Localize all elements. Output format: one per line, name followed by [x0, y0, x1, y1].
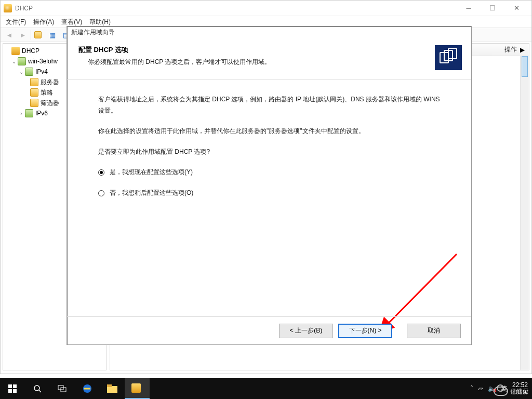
- tray-chevron-up-icon[interactable]: ˆ: [471, 385, 473, 392]
- radio-no-row[interactable]: 否，我想稍后配置这些选项(O): [98, 188, 445, 199]
- svg-rect-6: [8, 389, 12, 393]
- wizard-paragraph-2: 你在此选择的设置将适用于此作用域，并替代你在此服务器的"服务器选项"文件夹中配置…: [98, 126, 445, 137]
- folder-icon: [30, 78, 38, 86]
- wizard-question: 是否要立即为此作用域配置 DHCP 选项?: [98, 147, 445, 158]
- tree-server-options[interactable]: 服务器: [41, 78, 59, 87]
- svg-point-8: [34, 385, 39, 391]
- svg-rect-4: [8, 384, 12, 388]
- svg-rect-7: [13, 389, 17, 393]
- toolbar-properties-icon[interactable]: ▦: [47, 29, 58, 41]
- dhcp-task-icon[interactable]: [125, 378, 150, 399]
- radio-no-label: 否，我想稍后配置这些选项(O): [110, 188, 193, 199]
- watermark: 亿速云: [494, 387, 529, 396]
- wizard-body: 客户端获得地址之后，系统将会为其指定 DHCP 选项，例如，路由器的 IP 地址…: [67, 79, 471, 199]
- wizard-titlebar[interactable]: 新建作用域向导: [67, 26, 471, 38]
- window-titlebar: DHCP ─ ☐ ✕: [1, 1, 531, 16]
- dhcp-app-icon: [4, 4, 12, 12]
- wizard-header: 配置 DHCP 选项 你必须配置最常用的 DHCP 选项之后，客户端才可以使用作…: [67, 38, 471, 79]
- radio-no[interactable]: [98, 190, 104, 196]
- ie-icon[interactable]: [75, 378, 100, 399]
- radio-yes[interactable]: [98, 169, 104, 176]
- menu-action[interactable]: 操作(A): [33, 18, 54, 26]
- tree-ipv4[interactable]: IPv4: [35, 68, 48, 75]
- scrollbar[interactable]: [520, 56, 529, 370]
- watermark-text: 亿速云: [510, 387, 529, 396]
- next-button[interactable]: 下一步(N) >: [338, 324, 392, 338]
- server-icon: [18, 57, 26, 65]
- file-explorer-icon[interactable]: [100, 378, 125, 399]
- tree-root[interactable]: DHCP: [22, 47, 39, 55]
- maximize-button[interactable]: ☐: [481, 1, 504, 16]
- svg-rect-5: [13, 384, 17, 388]
- twisty-icon[interactable]: ⌄: [10, 59, 18, 64]
- folder-icon: [30, 99, 38, 107]
- wizard-header-icon: [435, 45, 462, 70]
- minimize-button[interactable]: ─: [457, 1, 481, 16]
- network-icon[interactable]: ▱: [478, 385, 483, 392]
- back-button[interactable]: < 上一步(B): [279, 324, 333, 338]
- wizard-footer: < 上一步(B) 下一步(N) > 取消: [67, 316, 471, 344]
- cloud-icon: [494, 387, 508, 396]
- wizard-header-subtitle: 你必须配置最常用的 DHCP 选项之后，客户端才可以使用作用域。: [78, 58, 271, 66]
- radio-yes-row[interactable]: 是，我想现在配置这些选项(Y): [98, 167, 445, 178]
- svg-line-9: [39, 390, 41, 392]
- start-button[interactable]: [0, 378, 25, 399]
- svg-rect-14: [107, 384, 112, 387]
- wizard-paragraph-1: 客户端获得地址之后，系统将会为其指定 DHCP 选项，例如，路由器的 IP 地址…: [98, 94, 445, 116]
- twisty-icon[interactable]: ⌄: [18, 69, 25, 75]
- taskbar: ˆ ▱ 🔈✖ 英 22:52 2019/: [0, 378, 532, 399]
- toolbar-folder-icon[interactable]: [33, 29, 45, 41]
- wizard-title: 新建作用域向导: [71, 28, 115, 37]
- actions-header-label[interactable]: 操作: [504, 45, 517, 54]
- dhcp-root-icon: [11, 47, 20, 55]
- wizard-header-title: 配置 DHCP 选项: [78, 45, 271, 55]
- radio-yes-label: 是，我想现在配置这些选项(Y): [110, 167, 193, 178]
- search-icon[interactable]: [25, 378, 50, 399]
- window-controls: ─ ☐ ✕: [457, 1, 528, 16]
- task-view-icon[interactable]: [50, 378, 75, 399]
- forward-button[interactable]: ►: [17, 29, 29, 41]
- ipv6-icon: [25, 109, 33, 117]
- scroll-thumb[interactable]: [522, 56, 528, 77]
- tree-filters[interactable]: 筛选器: [41, 99, 59, 108]
- tree-ipv6[interactable]: IPv6: [35, 110, 48, 117]
- close-button[interactable]: ✕: [504, 1, 528, 16]
- chevron-right-icon[interactable]: ▶: [520, 46, 525, 54]
- tree-server[interactable]: win-3elohv: [28, 58, 58, 65]
- back-button[interactable]: ◄: [4, 29, 15, 41]
- menu-file[interactable]: 文件(F): [6, 18, 26, 26]
- tree-policies[interactable]: 策略: [41, 88, 53, 97]
- new-scope-wizard: 新建作用域向导 配置 DHCP 选项 你必须配置最常用的 DHCP 选项之后，客…: [66, 26, 472, 345]
- menu-help[interactable]: 帮助(H): [89, 18, 111, 26]
- cancel-button[interactable]: 取消: [407, 324, 461, 338]
- window-title: DHCP: [15, 5, 33, 12]
- twisty-icon[interactable]: ›: [18, 111, 25, 116]
- folder-icon: [30, 88, 38, 97]
- menu-view[interactable]: 查看(V): [61, 18, 82, 26]
- ipv4-icon: [25, 68, 33, 76]
